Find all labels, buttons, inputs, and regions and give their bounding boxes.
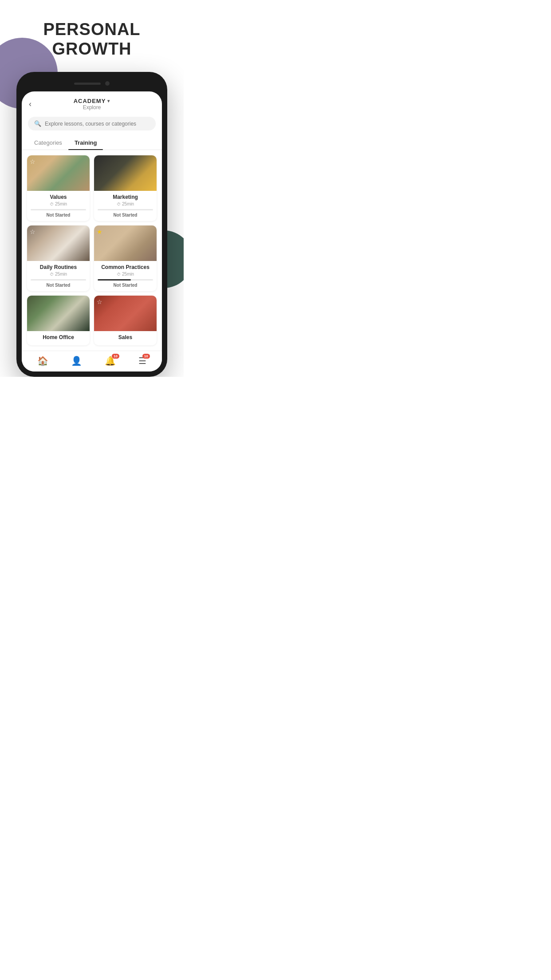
clock-icon: ⏱ [117,202,121,206]
phone-notch [22,77,162,90]
header-subtitle: Explore [74,104,110,111]
course-image-sales: ☆ [94,296,157,331]
star-icon-values: ☆ [30,158,35,165]
course-card-home-office[interactable]: Home Office [27,296,90,345]
course-image-home [27,296,90,331]
progress-bar-values [31,209,86,210]
nav-menu[interactable]: ☰ 10 [138,356,146,366]
phone-mockup: ‹ ACADEMY ▾ Explore 🔍 Categories Traini [16,72,167,377]
progress-bar-common [98,279,153,281]
page-title-line1: PERSONAL [43,20,140,39]
progress-bar-marketing [98,209,153,210]
course-info-marketing: Marketing ⏱ 25min Not Started [94,191,157,221]
back-button[interactable]: ‹ [29,99,31,109]
header-title-wrap: ACADEMY ▾ Explore [74,98,110,111]
tab-categories[interactable]: Categories [28,136,68,150]
course-info-sales: Sales [94,331,157,345]
nav-notifications[interactable]: 🔔 10 [105,356,116,366]
phone-screen: ‹ ACADEMY ▾ Explore 🔍 Categories Traini [22,91,162,371]
course-card-daily-routines[interactable]: ☆ Daily Routines ⏱ 25min Not Started [27,225,90,291]
course-status-daily: Not Started [31,283,86,288]
star-icon-sales: ☆ [97,298,102,305]
progress-bar-daily [31,279,86,281]
page-title: PERSONAL GROWTH [0,20,184,59]
course-name-daily: Daily Routines [31,264,86,270]
course-name-values: Values [31,194,86,200]
course-card-common-practices[interactable]: ★ Common Practices ⏱ 25min Not Started [94,225,157,291]
course-card-values[interactable]: ☆ Values ⏱ 25min Not Started [27,155,90,221]
course-image-common: ★ [94,225,157,261]
course-duration-marketing: ⏱ 25min [98,202,153,206]
course-image-values: ☆ [27,155,90,191]
course-info-values: Values ⏱ 25min Not Started [27,191,90,221]
app-header: ‹ ACADEMY ▾ Explore [22,91,162,113]
course-info-home: Home Office [27,331,90,345]
clock-icon: ⏱ [50,272,54,277]
course-name-home: Home Office [31,334,86,340]
course-info-daily: Daily Routines ⏱ 25min Not Started [27,261,90,291]
course-image-marketing [94,155,157,191]
app-name: ACADEMY ▾ [74,98,110,104]
nav-profile[interactable]: 👤 [71,356,82,366]
search-container: 🔍 [22,113,162,136]
phone-speaker [74,83,101,85]
chevron-down-icon: ▾ [107,99,110,103]
nav-home[interactable]: 🏠 [37,356,48,366]
home-icon: 🏠 [37,356,48,366]
course-duration-common: ⏱ 25min [98,272,153,277]
notification-badge: 10 [112,354,119,359]
page-title-section: PERSONAL GROWTH [0,0,184,72]
course-card-sales[interactable]: ☆ Sales [94,296,157,345]
course-grid: ☆ Values ⏱ 25min Not Started [22,155,162,351]
course-duration-daily: ⏱ 25min [31,272,86,277]
phone-camera [105,81,110,86]
course-image-daily: ☆ [27,225,90,261]
course-status-marketing: Not Started [98,213,153,217]
course-name-sales: Sales [98,334,153,340]
course-card-marketing[interactable]: Marketing ⏱ 25min Not Started [94,155,157,221]
course-info-common: Common Practices ⏱ 25min Not Started [94,261,157,291]
profile-icon: 👤 [71,356,82,366]
star-icon-common: ★ [97,228,102,235]
search-icon: 🔍 [34,120,41,127]
star-icon-daily: ☆ [30,228,35,235]
course-status-values: Not Started [31,213,86,217]
tab-training[interactable]: Training [68,136,103,150]
search-bar[interactable]: 🔍 [28,117,156,130]
clock-icon: ⏱ [117,272,121,277]
course-name-marketing: Marketing [98,194,153,200]
page-title-line2: GROWTH [52,40,131,58]
menu-badge: 10 [142,354,150,359]
bottom-nav: 🏠 👤 🔔 10 ☰ 10 [22,351,162,371]
clock-icon: ⏱ [50,202,54,206]
search-input[interactable] [45,121,150,127]
course-duration-values: ⏱ 25min [31,202,86,206]
course-name-common: Common Practices [98,264,153,270]
course-status-common: Not Started [98,283,153,288]
tabs-row: Categories Training [22,136,162,150]
